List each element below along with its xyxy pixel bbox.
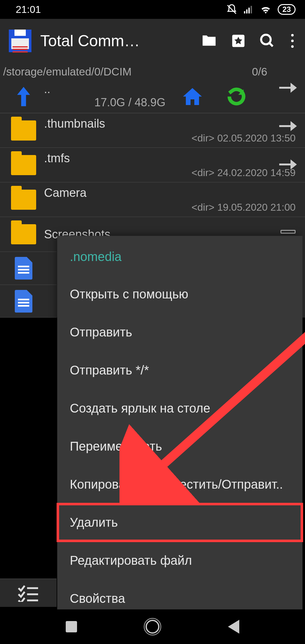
menu-item-send-all[interactable]: Отправить */* xyxy=(57,351,302,389)
system-navbar xyxy=(0,609,305,644)
parent-dir-label: .. xyxy=(44,80,94,96)
side-controls xyxy=(278,80,298,263)
menu-item-copy-move[interactable]: Копировать/Переместить/Отправит.. xyxy=(57,465,302,503)
overflow-menu-button[interactable] xyxy=(286,34,299,48)
list-item[interactable]: Camera <dir> 19.05.2020 21:00 xyxy=(0,182,305,217)
panel-swap-button[interactable] xyxy=(278,157,298,173)
nav-recent-button[interactable] xyxy=(66,621,77,632)
search-button[interactable] xyxy=(257,31,277,51)
list-item[interactable] xyxy=(0,252,57,285)
panel-swap-button[interactable] xyxy=(278,80,298,97)
path-text: /storage/emulated/0/DCIM xyxy=(3,65,132,78)
file-name: Camera xyxy=(44,186,296,200)
context-menu: .nomedia Открыть с помощью Отправить Отп… xyxy=(57,236,302,624)
parent-dir-button[interactable] xyxy=(3,85,44,108)
path-counter: 0/6 xyxy=(252,65,267,78)
app-toolbar: Total Comm… xyxy=(0,19,305,63)
menu-item-delete[interactable]: Удалить xyxy=(57,503,302,541)
menu-item-edit[interactable]: Редактировать файл xyxy=(57,541,302,580)
battery-indicator: 23 xyxy=(278,4,296,15)
list-item[interactable]: .tmfs <dir> 24.02.2020 14:59 xyxy=(0,148,305,182)
nav-back-button[interactable] xyxy=(228,620,239,634)
document-icon xyxy=(15,290,32,313)
menu-item-shortcut[interactable]: Создать ярлык на столе xyxy=(57,389,302,427)
file-name: .tmfs xyxy=(44,152,296,165)
select-toggle-button[interactable] xyxy=(0,579,57,607)
svg-rect-2 xyxy=(246,9,247,14)
nav-home-button[interactable] xyxy=(146,620,159,634)
bookmarks-button[interactable] xyxy=(228,31,248,51)
list-item[interactable] xyxy=(0,285,57,318)
signal-icon xyxy=(243,4,254,15)
status-icons: 23 xyxy=(226,3,296,16)
svg-rect-1 xyxy=(244,11,245,14)
status-time: 21:01 xyxy=(16,4,41,15)
storage-info: 17.0G / 48.9G xyxy=(94,96,165,113)
folder-icon xyxy=(11,155,36,175)
nav-row: .. 17.0G / 48.9G xyxy=(0,80,305,113)
menu-item-open-with[interactable]: Открыть с помощью xyxy=(57,275,302,313)
svg-rect-4 xyxy=(251,6,252,14)
folder-icon xyxy=(11,224,36,244)
folder-button[interactable] xyxy=(199,31,219,51)
list-item[interactable]: .thumbnails <dir> 02.05.2020 13:50 xyxy=(0,113,305,148)
home-button[interactable] xyxy=(181,85,204,108)
file-name: .thumbnails xyxy=(44,117,296,130)
reload-button[interactable] xyxy=(226,86,247,107)
folder-icon xyxy=(11,190,36,210)
panel-swap-button[interactable] xyxy=(278,119,298,135)
folder-icon xyxy=(11,120,36,141)
menu-item-send[interactable]: Отправить xyxy=(57,313,302,351)
menu-item-rename[interactable]: Переименовать xyxy=(57,427,302,465)
dnd-icon xyxy=(226,4,237,15)
path-bar[interactable]: /storage/emulated/0/DCIM 0/6 xyxy=(0,63,305,80)
svg-point-6 xyxy=(261,35,271,44)
svg-rect-3 xyxy=(248,8,250,13)
svg-line-7 xyxy=(269,43,273,47)
status-bar: 21:01 23 xyxy=(0,0,305,19)
context-menu-header: .nomedia xyxy=(57,245,302,275)
app-icon xyxy=(9,30,31,52)
wifi-icon xyxy=(259,3,272,16)
app-title: Total Comm… xyxy=(40,32,191,50)
document-icon xyxy=(15,257,32,280)
